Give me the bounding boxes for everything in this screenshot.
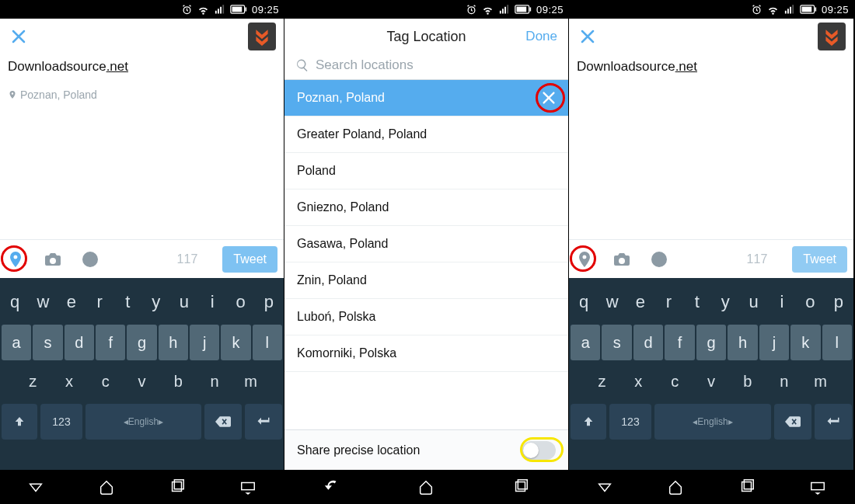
key-t[interactable]: t (114, 283, 141, 322)
key-w[interactable]: w (598, 283, 625, 322)
shift-key[interactable] (571, 404, 606, 440)
key-h[interactable]: h (159, 325, 188, 360)
pie-icon[interactable] (81, 250, 99, 269)
remove-location-icon[interactable] (540, 89, 557, 106)
key-x[interactable]: x (52, 363, 87, 399)
key-a[interactable]: a (571, 325, 600, 360)
avatar[interactable] (248, 23, 276, 50)
key-a[interactable]: a (2, 325, 31, 360)
key-u[interactable]: u (740, 283, 766, 322)
key-c[interactable]: c (88, 363, 123, 399)
location-item[interactable]: Znin, Poland (284, 262, 568, 299)
key-z[interactable]: z (585, 363, 619, 399)
share-precise-toggle[interactable] (522, 441, 556, 460)
key-k[interactable]: k (790, 325, 820, 360)
location-icon[interactable] (575, 250, 594, 269)
keyboard[interactable]: qwertyuiop asdfghjkl zxcvbnm 123 ◂ Engli… (0, 278, 284, 470)
backspace-key[interactable] (204, 404, 242, 440)
home-icon[interactable] (98, 478, 115, 495)
key-b[interactable]: b (730, 363, 765, 399)
location-item[interactable]: Luboń, Polska (284, 299, 568, 335)
compose-text[interactable]: Downloadsource.net (8, 59, 276, 75)
key-n[interactable]: n (766, 363, 801, 399)
close-button[interactable] (577, 26, 598, 47)
avatar[interactable] (818, 23, 846, 50)
key-y[interactable]: y (712, 283, 738, 322)
key-f[interactable]: f (96, 325, 125, 360)
key-o[interactable]: o (227, 283, 253, 322)
camera-icon[interactable] (612, 250, 631, 269)
key-e[interactable]: e (58, 283, 85, 322)
recents-icon[interactable] (512, 478, 529, 495)
key-s[interactable]: s (33, 325, 62, 360)
key-b[interactable]: b (161, 363, 196, 399)
key-r[interactable]: r (86, 283, 113, 322)
back-icon[interactable] (27, 478, 44, 495)
key-j[interactable]: j (190, 325, 219, 360)
location-item[interactable]: Greater Poland, Poland (284, 116, 568, 153)
key-p[interactable]: p (256, 283, 282, 322)
key-e[interactable]: e (627, 283, 654, 322)
recents-icon[interactable] (169, 478, 186, 495)
key-m[interactable]: m (233, 363, 268, 399)
key-g[interactable]: g (696, 325, 726, 360)
key-x[interactable]: x (621, 363, 656, 399)
space-key[interactable]: ◂ English ▸ (654, 404, 771, 440)
key-t[interactable]: t (684, 283, 710, 322)
key-h[interactable]: h (728, 325, 757, 360)
location-icon[interactable] (6, 250, 25, 269)
key-l[interactable]: l (822, 325, 852, 360)
camera-icon[interactable] (44, 250, 62, 269)
key-w[interactable]: w (30, 283, 56, 322)
backspace-key[interactable] (774, 404, 811, 440)
key-s[interactable]: s (602, 325, 631, 360)
key-n[interactable]: n (197, 363, 232, 399)
key-v[interactable]: v (124, 363, 159, 399)
key-y[interactable]: y (143, 283, 169, 322)
key-d[interactable]: d (65, 325, 94, 360)
key-d[interactable]: d (633, 325, 663, 360)
key-i[interactable]: i (199, 283, 225, 322)
back-icon[interactable] (596, 478, 613, 495)
geo-tag[interactable]: Poznan, Poland (8, 89, 276, 101)
compose-text[interactable]: Downloadsource.net (577, 59, 846, 75)
location-item[interactable]: Gasawa, Poland (284, 226, 568, 262)
key-u[interactable]: u (171, 283, 197, 322)
location-item[interactable]: Komorniki, Polska (284, 335, 568, 372)
key-q[interactable]: q (2, 283, 28, 322)
pie-icon[interactable] (650, 250, 668, 269)
key-c[interactable]: c (658, 363, 693, 399)
key-o[interactable]: o (797, 283, 823, 322)
done-button[interactable]: Done (525, 29, 557, 44)
key-r[interactable]: r (655, 283, 682, 322)
shift-key[interactable] (2, 404, 37, 440)
space-key[interactable]: ◂ English ▸ (86, 404, 201, 440)
numeric-key[interactable]: 123 (609, 404, 651, 440)
location-item[interactable]: Poznan, Poland (284, 80, 568, 116)
key-p[interactable]: p (825, 283, 852, 322)
key-g[interactable]: g (127, 325, 156, 360)
back-icon[interactable] (323, 478, 340, 495)
numeric-key[interactable]: 123 (40, 404, 82, 440)
recents-icon[interactable] (738, 478, 756, 495)
location-item[interactable]: Poland (284, 153, 568, 189)
home-icon[interactable] (417, 478, 434, 495)
enter-key[interactable] (245, 404, 282, 440)
key-l[interactable]: l (253, 325, 282, 360)
key-v[interactable]: v (694, 363, 729, 399)
home-icon[interactable] (667, 478, 684, 495)
keyboard-hide-icon[interactable] (239, 478, 256, 495)
enter-key[interactable] (815, 404, 852, 440)
tweet-button[interactable]: Tweet (222, 246, 277, 273)
tweet-button[interactable]: Tweet (792, 246, 847, 273)
key-i[interactable]: i (769, 283, 795, 322)
close-button[interactable] (8, 26, 30, 47)
keyboard-hide-icon[interactable] (809, 478, 826, 495)
key-m[interactable]: m (803, 363, 838, 399)
key-z[interactable]: z (16, 363, 51, 399)
key-j[interactable]: j (759, 325, 789, 360)
key-f[interactable]: f (665, 325, 694, 360)
key-k[interactable]: k (221, 325, 250, 360)
search-locations-input[interactable]: Search locations (284, 54, 568, 80)
location-item[interactable]: Gniezno, Poland (284, 189, 568, 226)
